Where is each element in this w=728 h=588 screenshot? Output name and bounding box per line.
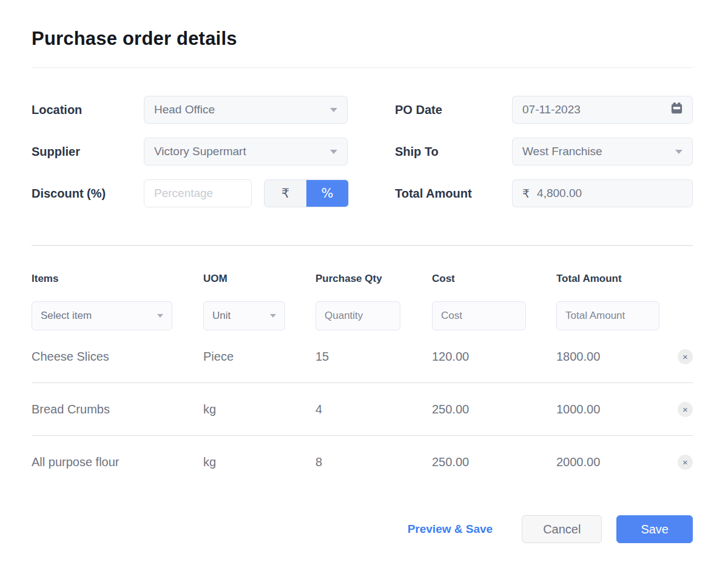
po-form: Location Head Office PO Date 07-11-2023 <box>32 96 693 207</box>
supplier-label: Supplier <box>32 145 144 159</box>
chevron-down-icon <box>675 150 682 154</box>
uom-cell: kg <box>203 455 315 469</box>
discount-label: Discount (%) <box>32 187 144 201</box>
quantity-input[interactable] <box>315 301 400 330</box>
po-date-label: PO Date <box>395 103 512 117</box>
po-date-picker[interactable]: 07-11-2023 <box>512 96 693 124</box>
purchase-order-details-page: Purchase order details Location Head Off… <box>0 0 728 588</box>
chevron-down-icon <box>270 314 276 318</box>
total-amount-label: Total Amount <box>395 187 512 201</box>
page-title: Purchase order details <box>32 28 693 50</box>
column-header-items: Items <box>32 273 203 285</box>
discount-type-percent-button[interactable]: % <box>306 180 348 207</box>
discount-type-toggle: ₹ % <box>264 179 349 207</box>
column-header-qty: Purchase Qty <box>315 273 432 285</box>
item-name-cell: Cheese Slices <box>32 350 203 364</box>
remove-row-button[interactable]: × <box>678 349 693 364</box>
section-divider <box>32 245 693 246</box>
title-divider <box>32 67 693 68</box>
uom-select-placeholder: Unit <box>212 310 231 322</box>
po-date-value: 07-11-2023 <box>522 103 581 116</box>
location-label: Location <box>32 103 144 117</box>
chevron-down-icon <box>157 314 163 318</box>
qty-cell: 15 <box>315 350 432 364</box>
uom-select[interactable]: Unit <box>203 301 285 330</box>
item-select[interactable]: Select item <box>32 301 172 330</box>
cost-input[interactable] <box>432 301 526 330</box>
discount-type-currency-button[interactable]: ₹ <box>265 180 306 207</box>
cost-cell: 250.00 <box>432 455 556 469</box>
total-cell: 2000.00 <box>556 455 660 469</box>
ship-to-select[interactable]: West Franchise <box>512 138 693 165</box>
calendar-icon <box>670 101 684 118</box>
remove-row-button[interactable]: × <box>678 402 693 417</box>
supplier-select[interactable]: Victory Supermart <box>144 138 348 165</box>
form-row-2: Supplier Victory Supermart Ship To West … <box>32 138 693 165</box>
preview-save-button[interactable]: Preview & Save <box>408 523 493 536</box>
item-name-cell: All purpose flour <box>32 455 203 469</box>
location-select[interactable]: Head Office <box>144 96 348 124</box>
item-select-placeholder: Select item <box>41 310 92 322</box>
items-input-row: Select item Unit <box>32 301 693 330</box>
discount-input[interactable] <box>144 179 252 207</box>
total-cell: 1800.00 <box>556 350 660 364</box>
location-value: Head Office <box>154 103 215 116</box>
uom-cell: kg <box>203 403 315 416</box>
table-row: Cheese Slices Piece 15 120.00 1800.00 × <box>32 330 693 383</box>
table-row: Bread Crumbs kg 4 250.00 1000.00 × <box>32 383 693 436</box>
ship-to-value: West Franchise <box>522 145 602 158</box>
ship-to-label: Ship To <box>395 145 512 159</box>
column-header-uom: UOM <box>203 273 315 285</box>
supplier-value: Victory Supermart <box>154 145 246 158</box>
chevron-down-icon <box>330 108 337 112</box>
item-name-cell: Bread Crumbs <box>32 403 203 416</box>
table-row: All purpose flour kg 8 250.00 2000.00 × <box>32 436 693 489</box>
qty-cell: 4 <box>315 403 432 416</box>
total-input[interactable] <box>556 301 659 330</box>
items-table-body: Cheese Slices Piece 15 120.00 1800.00 × … <box>32 330 693 489</box>
total-amount-value: 4,800.00 <box>537 187 582 200</box>
uom-cell: Piece <box>203 350 315 364</box>
qty-cell: 8 <box>315 455 432 469</box>
close-icon: × <box>682 405 688 414</box>
close-icon: × <box>682 458 688 467</box>
form-row-3: Discount (%) ₹ % Total Amount ₹ 4,800.00 <box>32 179 693 207</box>
close-icon: × <box>682 352 688 361</box>
rupee-icon: ₹ <box>522 187 530 200</box>
cost-cell: 250.00 <box>432 403 556 416</box>
cost-cell: 120.00 <box>432 350 556 364</box>
save-button[interactable]: Save <box>616 515 693 543</box>
form-row-1: Location Head Office PO Date 07-11-2023 <box>32 96 693 124</box>
items-table-header: Items UOM Purchase Qty Cost Total Amount <box>32 272 693 286</box>
total-amount-field: ₹ 4,800.00 <box>512 179 693 207</box>
remove-row-button[interactable]: × <box>678 455 693 470</box>
discount-controls: ₹ % <box>144 179 395 207</box>
column-header-total: Total Amount <box>556 273 660 285</box>
total-cell: 1000.00 <box>556 403 660 416</box>
cancel-button[interactable]: Cancel <box>522 515 602 543</box>
chevron-down-icon <box>330 150 337 154</box>
footer-actions: Preview & Save Cancel Save <box>32 515 693 543</box>
column-header-cost: Cost <box>432 273 556 285</box>
